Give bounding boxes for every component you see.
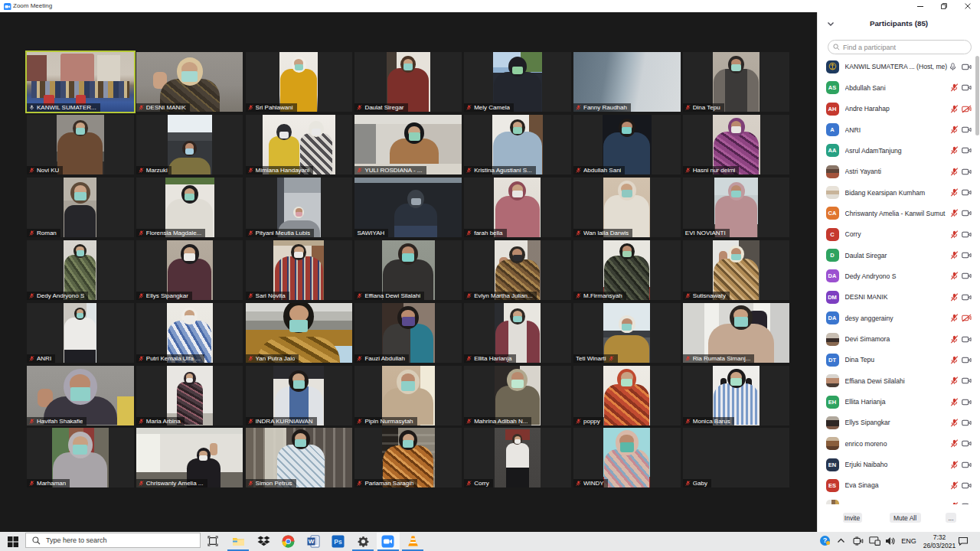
svg-text:Ps: Ps bbox=[334, 538, 342, 546]
svg-text:W: W bbox=[308, 538, 314, 545]
